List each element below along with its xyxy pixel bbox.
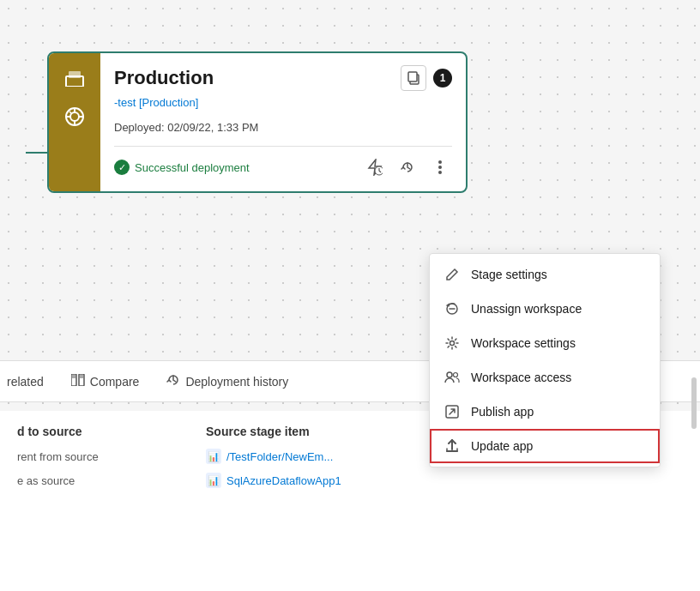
workspace-access-label: Workspace access xyxy=(471,371,571,384)
row2-text: SqlAzureDataflowApp1 xyxy=(226,474,341,487)
status-check-icon: ✓ xyxy=(114,160,130,175)
card-footer: ✓ Successful deployment xyxy=(114,146,452,179)
svg-rect-19 xyxy=(72,375,75,378)
scrollbar[interactable] xyxy=(691,377,697,429)
deployment-status: ✓ Successful deployment xyxy=(114,160,250,175)
svg-point-24 xyxy=(454,373,458,377)
more-options-icon[interactable] xyxy=(428,155,452,179)
publish-app-label: Publish app xyxy=(471,405,534,419)
update-app-label: Update app xyxy=(471,439,533,453)
svg-point-15 xyxy=(438,166,442,169)
deployed-label: Deployed: xyxy=(114,121,167,134)
row2-value: 📊 SqlAzureDataflowApp1 xyxy=(206,473,341,488)
gear-icon xyxy=(444,335,461,352)
compare-label: Compare xyxy=(90,375,140,389)
target-icon xyxy=(61,103,88,130)
notification-badge: 1 xyxy=(433,69,452,87)
tab-related[interactable]: related xyxy=(0,370,57,394)
main-area: Production 1 -test [Production] Deployed… xyxy=(0,0,700,591)
svg-rect-3 xyxy=(69,71,81,78)
stage-settings-label: Stage settings xyxy=(471,268,547,281)
production-card: Production 1 -test [Production] Deployed… xyxy=(47,51,468,193)
menu-item-publish-app[interactable]: Publish app xyxy=(430,395,660,429)
card-title: Production xyxy=(114,67,214,89)
tab-compare[interactable]: Compare xyxy=(57,369,154,394)
row1-label: rent from source xyxy=(17,450,189,463)
home-icon xyxy=(61,65,88,93)
lightning-icon[interactable] xyxy=(363,155,387,179)
deployment-history-icon xyxy=(166,373,180,389)
deployed-date: 02/09/22, 1:33 PM xyxy=(167,121,258,134)
related-label: related xyxy=(7,375,44,389)
table-row: e as source 📊 SqlAzureDataflowApp1 xyxy=(17,473,683,488)
workspace-settings-label: Workspace settings xyxy=(471,336,576,350)
row2-label: e as source xyxy=(17,474,189,487)
status-text: Successful deployment xyxy=(135,161,250,174)
card-actions: 1 xyxy=(401,65,452,91)
compare-icon xyxy=(71,374,85,389)
svg-point-14 xyxy=(438,160,442,164)
card-header: Production 1 xyxy=(114,65,452,91)
deployment-history-label: Deployment history xyxy=(185,375,288,389)
col2-header: Source stage item xyxy=(206,425,310,438)
card-body: Production 1 -test [Production] Deployed… xyxy=(100,53,466,191)
row2-icon: 📊 xyxy=(206,473,221,488)
svg-rect-20 xyxy=(80,375,83,378)
menu-item-workspace-access[interactable]: Workspace access xyxy=(430,360,660,395)
unassign-icon xyxy=(444,300,461,317)
menu-item-unassign-workspace[interactable]: Unassign workspace xyxy=(430,292,660,326)
history-icon[interactable] xyxy=(395,155,419,179)
col1-header: d to source xyxy=(17,425,189,438)
row1-value: 📊 /TestFolder/NewEm... xyxy=(206,449,333,464)
footer-actions xyxy=(363,155,452,179)
svg-point-16 xyxy=(438,171,442,174)
people-icon xyxy=(444,369,461,386)
svg-point-23 xyxy=(447,372,452,377)
tab-deployment-history[interactable]: Deployment history xyxy=(153,368,302,395)
card-deployed: Deployed: 02/09/22, 1:33 PM xyxy=(114,121,452,134)
publish-icon xyxy=(444,403,461,420)
svg-line-10 xyxy=(69,112,72,114)
menu-item-workspace-settings[interactable]: Workspace settings xyxy=(430,326,660,360)
svg-rect-12 xyxy=(408,72,417,81)
context-menu: Stage settings Unassign workspace Work xyxy=(429,253,661,467)
svg-point-22 xyxy=(450,341,455,346)
edit-icon xyxy=(444,266,461,283)
menu-item-update-app[interactable]: Update app xyxy=(430,429,660,463)
unassign-workspace-label: Unassign workspace xyxy=(471,302,582,316)
svg-point-5 xyxy=(70,112,79,121)
card-sidebar xyxy=(49,53,100,191)
copy-button[interactable] xyxy=(401,65,426,91)
update-icon xyxy=(444,437,461,455)
row1-icon: 📊 xyxy=(206,449,221,464)
menu-item-stage-settings[interactable]: Stage settings xyxy=(430,257,660,292)
row1-text: /TestFolder/NewEm... xyxy=(226,450,333,463)
card-subtitle: -test [Production] xyxy=(114,96,452,109)
